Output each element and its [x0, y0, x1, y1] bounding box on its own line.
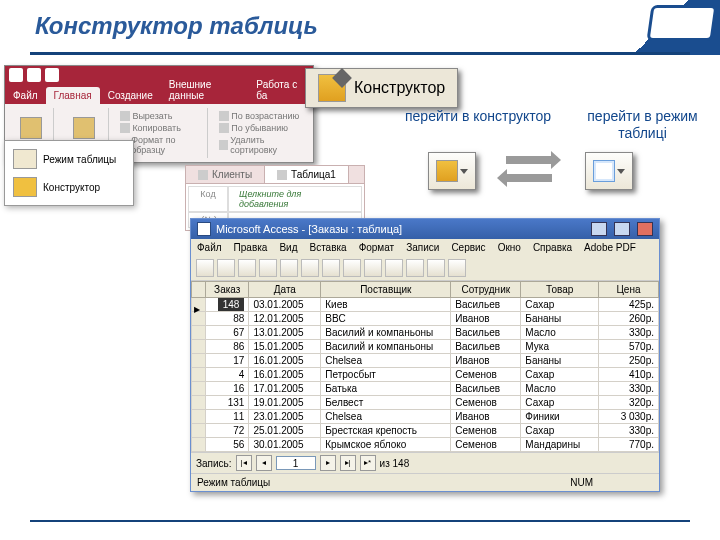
cell-price[interactable]: 330р. [599, 326, 659, 340]
ribbon-tab[interactable]: Главная [46, 87, 100, 104]
menu-item[interactable]: Окно [498, 242, 521, 253]
cell-id[interactable]: 4 [206, 368, 249, 382]
cell-price[interactable]: 410р. [599, 368, 659, 382]
column-header[interactable]: Код [188, 186, 228, 212]
toolbar-button[interactable] [322, 259, 340, 277]
menu-item[interactable]: Записи [406, 242, 439, 253]
nav-first-button[interactable]: |◂ [236, 455, 252, 471]
cell[interactable]: Бананы [521, 312, 599, 326]
cell[interactable]: Масло [521, 326, 599, 340]
row-selector[interactable] [192, 396, 206, 410]
menu-item[interactable]: Справка [533, 242, 572, 253]
view-icon[interactable] [20, 117, 42, 139]
cell[interactable]: Брестская крепость [321, 424, 451, 438]
cell[interactable]: Белвест [321, 396, 451, 410]
menu-item[interactable]: Сервис [451, 242, 485, 253]
cell-id[interactable]: 11 [206, 410, 249, 424]
cell[interactable]: Петросбыт [321, 368, 451, 382]
clear-sort-icon[interactable] [219, 140, 228, 150]
cell-id[interactable]: 131 [206, 396, 249, 410]
cell[interactable]: Сахар [521, 396, 599, 410]
cell[interactable]: BBC [321, 312, 451, 326]
cell-id[interactable]: 86 [206, 340, 249, 354]
cell[interactable]: Chelsea [321, 410, 451, 424]
row-selector[interactable] [192, 424, 206, 438]
cell-id[interactable]: 16 [206, 382, 249, 396]
menu-item[interactable]: Правка [234, 242, 268, 253]
add-column-hint[interactable]: Щелкните для добавления [228, 186, 362, 212]
ribbon-tab[interactable]: Создание [100, 87, 161, 104]
row-selector[interactable] [192, 410, 206, 424]
menu-item[interactable]: Adobe PDF [584, 242, 636, 253]
toolbar-button[interactable] [406, 259, 424, 277]
cell[interactable]: Семенов [451, 424, 521, 438]
cell[interactable]: Васильев [451, 326, 521, 340]
cell-id[interactable]: 56 [206, 438, 249, 452]
view-item-datasheet[interactable]: Режим таблицы [9, 145, 129, 173]
doc-tab[interactable]: Клиенты [186, 166, 265, 183]
ribbon-tab[interactable]: Работа с ба [248, 76, 313, 104]
design-view-button[interactable] [428, 152, 476, 190]
cell-id[interactable]: 67 [206, 326, 249, 340]
cell[interactable]: Васильев [451, 298, 521, 312]
cell[interactable]: Мука [521, 340, 599, 354]
cell[interactable]: Иванов [451, 354, 521, 368]
cell[interactable]: Финики [521, 410, 599, 424]
cell[interactable]: Васильев [451, 382, 521, 396]
menu-item[interactable]: Файл [197, 242, 222, 253]
datasheet-view-button[interactable] [585, 152, 633, 190]
toolbar-button[interactable] [343, 259, 361, 277]
table-row[interactable]: 5630.01.2005Крымское яблокоСеменовМандар… [192, 438, 659, 452]
cell[interactable]: Сахар [521, 368, 599, 382]
column-header[interactable]: Товар [521, 282, 599, 298]
menu-item[interactable]: Вид [279, 242, 297, 253]
table-row[interactable]: 6713.01.2005Василий и компаньоныВасильев… [192, 326, 659, 340]
table-row[interactable]: 1123.01.2005ChelseaИвановФиники3 030р. [192, 410, 659, 424]
cell-price[interactable]: 330р. [599, 382, 659, 396]
toolbar-button[interactable] [238, 259, 256, 277]
cell[interactable]: Мандарины [521, 438, 599, 452]
cell[interactable]: Иванов [451, 410, 521, 424]
cell[interactable]: 03.01.2005 [249, 298, 321, 312]
row-selector[interactable] [192, 382, 206, 396]
copy-icon[interactable] [120, 123, 130, 133]
cell-price[interactable]: 250р. [599, 354, 659, 368]
menu-item[interactable]: Формат [359, 242, 395, 253]
cell[interactable]: Василий и компаньоны [321, 340, 451, 354]
cell-price[interactable]: 260р. [599, 312, 659, 326]
sort-asc-icon[interactable] [219, 111, 229, 121]
toolbar-button[interactable] [364, 259, 382, 277]
table-row[interactable]: 1617.01.2005БатькаВасильевМасло330р. [192, 382, 659, 396]
cut-icon[interactable] [120, 111, 130, 121]
cell[interactable]: Семенов [451, 438, 521, 452]
column-header[interactable]: Поставщик [321, 282, 451, 298]
cell[interactable]: 17.01.2005 [249, 382, 321, 396]
cell[interactable]: Василий и компаньоны [321, 326, 451, 340]
row-selector[interactable] [192, 368, 206, 382]
cell[interactable]: Бананы [521, 354, 599, 368]
file-tab[interactable]: Файл [5, 87, 46, 104]
cell[interactable]: 25.01.2005 [249, 424, 321, 438]
cell[interactable]: 19.01.2005 [249, 396, 321, 410]
cell[interactable]: 12.01.2005 [249, 312, 321, 326]
row-selector[interactable] [192, 438, 206, 452]
cell[interactable]: Семенов [451, 396, 521, 410]
doc-tab-active[interactable]: Таблица1 [265, 166, 349, 183]
cell[interactable]: Масло [521, 382, 599, 396]
cell-id[interactable]: 72 [206, 424, 249, 438]
view-item-design[interactable]: Конструктор [9, 173, 129, 201]
row-selector[interactable] [192, 312, 206, 326]
cell-price[interactable]: 570р. [599, 340, 659, 354]
ribbon-tab[interactable]: Внешние данные [161, 76, 249, 104]
cell[interactable]: 16.01.2005 [249, 368, 321, 382]
column-header[interactable]: Цена [599, 282, 659, 298]
paste-icon[interactable] [73, 117, 95, 139]
toolbar-button[interactable] [280, 259, 298, 277]
toolbar-button[interactable] [385, 259, 403, 277]
column-header[interactable]: Сотрудник [451, 282, 521, 298]
table-row[interactable]: 1716.01.2005ChelseaИвановБананы250р. [192, 354, 659, 368]
table-row[interactable]: 7225.01.2005Брестская крепостьСеменовСах… [192, 424, 659, 438]
nav-prev-button[interactable]: ◂ [256, 455, 272, 471]
nav-next-button[interactable]: ▸ [320, 455, 336, 471]
table-row[interactable]: 14803.01.2005КиевВасильевСахар425р. [192, 298, 659, 312]
